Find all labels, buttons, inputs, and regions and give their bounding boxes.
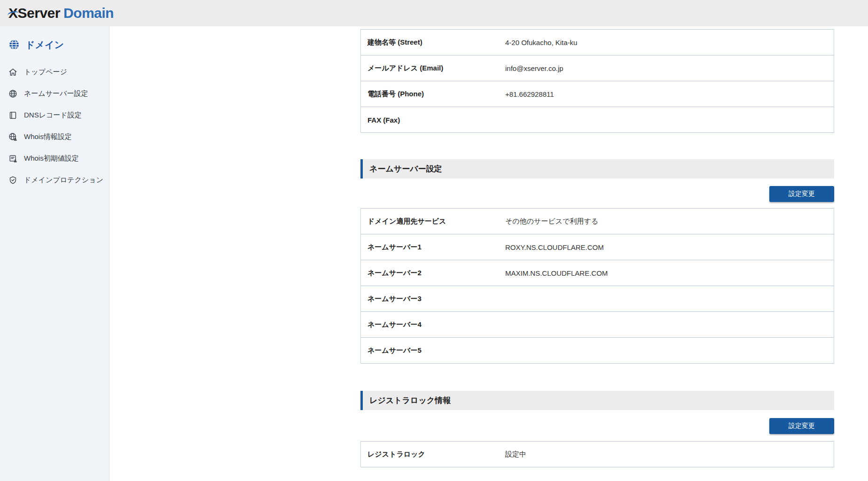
row-value: MAXIM.NS.CLOUDFLARE.COM (505, 269, 834, 277)
section-header-registrar-lock: レジストラロック情報 (360, 391, 834, 410)
table-row-nameserver-3: ネームサーバー3 (361, 286, 834, 312)
sidebar-item-label: Whois情報設定 (24, 132, 72, 141)
table-row-service-target: ドメイン適用先サービス その他のサービスで利用する (361, 209, 834, 234)
row-label: ネームサーバー5 (361, 346, 505, 355)
sidebar-item-label: ネームサーバー設定 (24, 89, 88, 98)
book-icon (8, 111, 17, 120)
sidebar-item-label: トップページ (24, 68, 67, 77)
sidebar-item-whois-info[interactable]: Whois情報設定 (8, 126, 109, 147)
table-row-email: メールアドレス (Email) info@xserver.co.jp (361, 55, 834, 81)
registrar-lock-change-settings-button[interactable]: 設定変更 (769, 418, 834, 434)
table-row-phone: 電話番号 (Phone) +81.662928811 (361, 81, 834, 107)
row-label: レジストラロック (361, 450, 505, 459)
page: XServerDomain ドメイン (0, 0, 868, 481)
row-label: 電話番号 (Phone) (361, 90, 505, 99)
registrar-lock-table: レジストラロック 設定中 (360, 441, 834, 467)
row-value: +81.662928811 (505, 90, 834, 98)
row-label: ネームサーバー2 (361, 269, 505, 278)
nameserver-change-settings-button[interactable]: 設定変更 (769, 186, 834, 202)
row-value: 設定中 (505, 450, 834, 459)
table-row-registrar-lock: レジストラロック 設定中 (361, 442, 834, 467)
row-label: ネームサーバー1 (361, 243, 505, 252)
logo-x: X (8, 5, 18, 21)
table-row-nameserver-5: ネームサーバー5 (361, 338, 834, 364)
nameserver-button-row: 設定変更 (360, 186, 834, 202)
sidebar-title-domain[interactable]: ドメイン (8, 38, 109, 52)
row-label: ネームサーバー4 (361, 320, 505, 329)
main-content: 建物名等 (Street) 4-20 Ofukacho, Kita-ku メール… (109, 26, 868, 481)
sidebar-item-label: Whois初期値設定 (24, 154, 79, 163)
shield-check-icon (8, 176, 17, 185)
nameserver-table: ドメイン適用先サービス その他のサービスで利用する ネームサーバー1 ROXY.… (360, 208, 834, 364)
sidebar-item-label: ドメインプロテクション (24, 176, 103, 185)
row-label: 建物名等 (Street) (361, 38, 505, 47)
table-row-nameserver-4: ネームサーバー4 (361, 312, 834, 338)
table-row-fax: FAX (Fax) (361, 107, 834, 133)
sidebar: ドメイン トップページ (0, 26, 109, 481)
globe-filled-icon (8, 39, 20, 50)
document-user-icon (8, 154, 17, 163)
globe-icon (8, 89, 17, 98)
logo-server: Server (18, 5, 60, 21)
row-label: メールアドレス (Email) (361, 64, 505, 73)
sidebar-item-whois-defaults[interactable]: Whois初期値設定 (8, 147, 109, 169)
whois-contact-table: 建物名等 (Street) 4-20 Ofukacho, Kita-ku メール… (360, 29, 834, 133)
table-row-street: 建物名等 (Street) 4-20 Ofukacho, Kita-ku (361, 30, 834, 55)
app-header: XServerDomain (0, 0, 868, 26)
row-value: info@xserver.co.jp (505, 64, 834, 72)
sidebar-item-domain-protection[interactable]: ドメインプロテクション (8, 169, 109, 191)
sidebar-item-dns-records[interactable]: DNSレコード設定 (8, 104, 109, 126)
sidebar-item-top-page[interactable]: トップページ (8, 61, 109, 83)
row-value: 4-20 Ofukacho, Kita-ku (505, 39, 834, 47)
registrar-lock-button-row: 設定変更 (360, 418, 834, 434)
sidebar-item-label: DNSレコード設定 (24, 111, 82, 120)
globe-user-icon (8, 132, 17, 141)
row-value: その他のサービスで利用する (505, 217, 834, 226)
xserver-domain-logo[interactable]: XServerDomain (8, 5, 114, 21)
section-header-nameserver: ネームサーバー設定 (360, 159, 834, 178)
table-row-nameserver-1: ネームサーバー1 ROXY.NS.CLOUDFLARE.COM (361, 234, 834, 260)
sidebar-menu: トップページ ネームサーバー設定 (8, 61, 109, 191)
sidebar-title-label: ドメイン (25, 39, 64, 51)
home-icon (8, 68, 17, 77)
logo-domain: Domain (63, 5, 114, 21)
section-title: ネームサーバー設定 (369, 163, 442, 174)
row-label: ドメイン適用先サービス (361, 217, 505, 226)
row-value: ROXY.NS.CLOUDFLARE.COM (505, 243, 834, 251)
row-label: FAX (Fax) (361, 116, 505, 124)
table-row-nameserver-2: ネームサーバー2 MAXIM.NS.CLOUDFLARE.COM (361, 260, 834, 286)
section-title: レジストラロック情報 (369, 395, 451, 406)
sidebar-item-nameserver-settings[interactable]: ネームサーバー設定 (8, 83, 109, 104)
row-label: ネームサーバー3 (361, 295, 505, 303)
